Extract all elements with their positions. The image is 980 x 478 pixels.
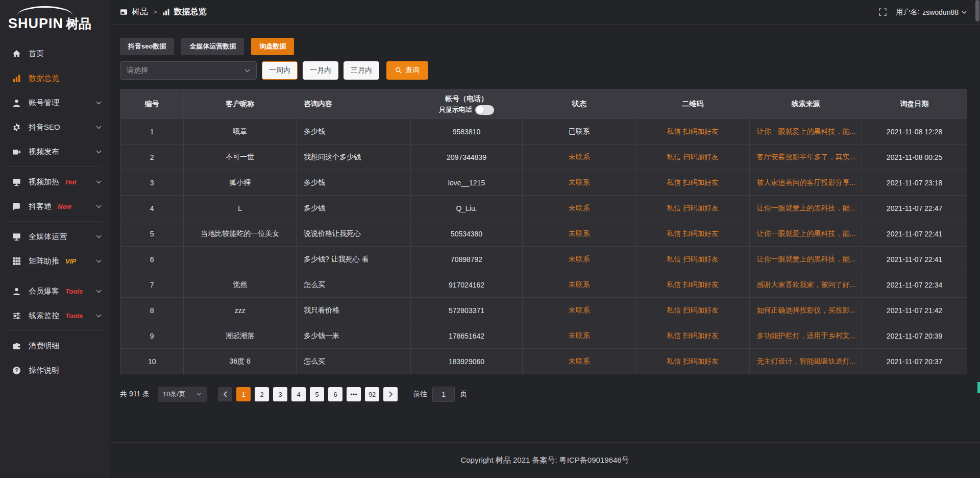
chevron-down-icon xyxy=(96,235,102,238)
topbar-right: 用户名: zswodun88 xyxy=(879,8,967,17)
logo: SHUPIN 树品 xyxy=(0,5,110,38)
table-row: 4 L 多少钱 Q_Liu. 未联系 私信 扫码加好友 让你一眼就爱上的黑科技，… xyxy=(120,196,967,221)
sidebar-item-label: 矩阵助推 xyxy=(29,256,59,266)
cell-date: 2021-11-08 12:28 xyxy=(862,119,967,145)
qrcode-link[interactable]: 私信 扫码加好友 xyxy=(636,221,749,247)
source-link[interactable]: 让你一眼就爱上的黑科技，能... xyxy=(749,119,862,145)
breadcrumb: 树品 > 数据总览 xyxy=(120,7,207,17)
sidebar-item-instructions[interactable]: 操作说明 xyxy=(0,358,110,383)
source-link[interactable]: 如何正确选择投影仪，买投影... xyxy=(749,298,862,323)
tools-badge: Tools xyxy=(65,312,83,320)
qrcode-link[interactable]: 私信 扫码加好友 xyxy=(636,196,749,221)
cell-date: 2021-11-07 20:39 xyxy=(862,323,967,349)
page-button-4[interactable]: 4 xyxy=(291,387,306,401)
qrcode-link[interactable]: 私信 扫码加好友 xyxy=(636,298,749,323)
chevron-left-icon xyxy=(223,391,228,397)
source-link[interactable]: 让你一眼就爱上的黑科技，能... xyxy=(749,221,862,247)
search-button[interactable]: 查询 xyxy=(386,61,428,80)
gear-icon xyxy=(12,123,21,132)
qrcode-link[interactable]: 私信 扫码加好友 xyxy=(636,170,749,196)
breadcrumb-root[interactable]: 树品 xyxy=(132,7,148,17)
prev-page-button[interactable] xyxy=(218,387,232,401)
cell-date: 2021-11-07 20:37 xyxy=(862,349,967,374)
pagination: 共 911 条 10条/页 1 2 3 4 5 6 ••• 92 xyxy=(120,387,967,402)
page-button-6[interactable]: 6 xyxy=(328,387,342,401)
cell-content: 怎么买 xyxy=(297,349,411,374)
page-ellipsis-button[interactable]: ••• xyxy=(347,387,361,401)
page-button-1[interactable]: 1 xyxy=(236,387,251,401)
wallet-icon xyxy=(12,342,21,350)
sidebar-item-label: 抖音SEO xyxy=(29,123,60,132)
source-link[interactable]: 让你一眼就爱上的黑科技，能... xyxy=(749,247,862,272)
page-button-2[interactable]: 2 xyxy=(255,387,269,401)
cell-content: 多少钱? 让我死心 看 xyxy=(297,247,411,272)
sidebar-item-member-burst[interactable]: 会员爆客 Tools xyxy=(0,279,110,303)
status-badge: 未联系 xyxy=(523,247,636,272)
goto-page: 前往 页 xyxy=(413,387,467,402)
cell-content: 我只看价格 xyxy=(297,298,411,323)
range-month-button[interactable]: 一月内 xyxy=(303,61,338,80)
sidebar-item-data-overview[interactable]: 数据总览 xyxy=(0,66,110,90)
page-button-5[interactable]: 5 xyxy=(310,387,324,401)
qrcode-link[interactable]: 私信 扫码加好友 xyxy=(636,119,749,145)
user-menu[interactable]: 用户名: zswodun88 xyxy=(896,8,967,17)
scrollbar-thumb[interactable] xyxy=(975,0,979,21)
tab-douyin-seo-data[interactable]: 抖音seo数据 xyxy=(120,38,174,55)
sidebar-item-douyin-seo[interactable]: 抖音SEO xyxy=(0,115,110,139)
sidebar-item-label: 首页 xyxy=(29,49,44,59)
cell-content: 多少钱 xyxy=(297,170,411,196)
filter-select[interactable]: 请选择 xyxy=(120,61,257,80)
content: 抖音seo数据 全媒体运营数据 询盘数据 请选择 一周内 一月内 三月内 查询 xyxy=(110,25,980,442)
cell-no: 5 xyxy=(120,221,184,247)
qrcode-link[interactable]: 私信 扫码加好友 xyxy=(636,272,749,298)
home-icon xyxy=(12,50,21,58)
qrcode-link[interactable]: 私信 扫码加好友 xyxy=(636,247,749,272)
source-link[interactable]: 被大家追着问的客厅投影分享... xyxy=(749,170,862,196)
range-quarter-button[interactable]: 三月内 xyxy=(344,61,379,80)
range-week-button[interactable]: 一周内 xyxy=(262,61,298,80)
footer: Copyright 树品 2021 备案号: 粤ICP备09019646号 xyxy=(110,442,980,478)
qrcode-link[interactable]: 私信 扫码加好友 xyxy=(636,323,749,349)
sidebar-item-video-heat[interactable]: 视频加热 Hot xyxy=(0,170,110,194)
page-size-select[interactable]: 10条/页 xyxy=(158,387,207,402)
sidebar-item-douketong[interactable]: 抖客通 New xyxy=(0,194,110,219)
tab-omnimedia-data[interactable]: 全媒体运营数据 xyxy=(181,38,244,55)
fullscreen-icon[interactable] xyxy=(879,8,887,16)
table-row: 5 当地比较能吃的一位美女 说说价格让我死心 50534380 未联系 私信 扫… xyxy=(120,221,967,247)
sidebar-item-home[interactable]: 首页 xyxy=(0,41,110,66)
chevron-down-icon xyxy=(96,101,102,105)
status-badge: 未联系 xyxy=(523,221,636,247)
page-button-3[interactable]: 3 xyxy=(273,387,287,401)
sidebar-item-account-mgmt[interactable]: 账号管理 xyxy=(0,90,110,115)
page-button-92[interactable]: 92 xyxy=(365,387,379,401)
sidebar-item-consumption-detail[interactable]: 消费明细 xyxy=(0,333,110,358)
cell-date: 2021-11-08 00:25 xyxy=(862,145,967,170)
source-link[interactable]: 无主灯设计，智能磁吸轨道灯... xyxy=(749,349,862,374)
sidebar-item-matrix-boost[interactable]: 矩阵助推 VIP xyxy=(0,249,110,273)
table-row: 3 狐小狸 多少钱 love__1215 未联系 私信 扫码加好友 被大家追着问… xyxy=(120,170,967,196)
goto-page-input[interactable] xyxy=(432,387,455,402)
next-page-button[interactable] xyxy=(383,387,398,401)
chevron-right-icon xyxy=(388,391,393,397)
source-link[interactable]: 客厅安装投影半年多了，真实... xyxy=(749,145,862,170)
source-link[interactable]: 感谢大家喜欢我家，被问了好... xyxy=(749,272,862,298)
sidebar-item-label: 抖客通 xyxy=(29,202,52,211)
status-badge: 未联系 xyxy=(523,145,636,170)
source-link[interactable]: 让你一眼就爱上的黑科技，能... xyxy=(749,196,862,221)
cell-date: 2021-11-07 22:41 xyxy=(862,221,967,247)
sidebar-item-omnimedia[interactable]: 全媒体运营 xyxy=(0,224,110,249)
qrcode-link[interactable]: 私信 扫码加好友 xyxy=(636,349,749,374)
sidebar-item-lead-monitor[interactable]: 线索监控 Tools xyxy=(0,303,110,328)
bar-chart-icon xyxy=(162,8,170,16)
cell-account: 917024162 xyxy=(411,272,523,298)
tab-inquiry-data[interactable]: 询盘数据 xyxy=(251,38,294,55)
tab-bar: 抖音seo数据 全媒体运营数据 询盘数据 xyxy=(120,38,967,55)
page-size-value: 10条/页 xyxy=(163,390,185,399)
logo-text-cn: 树品 xyxy=(66,15,91,32)
cell-no: 10 xyxy=(120,349,184,374)
qrcode-link[interactable]: 私信 扫码加好友 xyxy=(636,145,749,170)
phone-only-toggle[interactable] xyxy=(475,105,494,115)
sidebar-item-video-publish[interactable]: 视频发布 xyxy=(0,139,110,164)
sidebar-divider xyxy=(7,276,103,276)
source-link[interactable]: 多功能护栏灯，适用于乡村文... xyxy=(749,323,862,349)
